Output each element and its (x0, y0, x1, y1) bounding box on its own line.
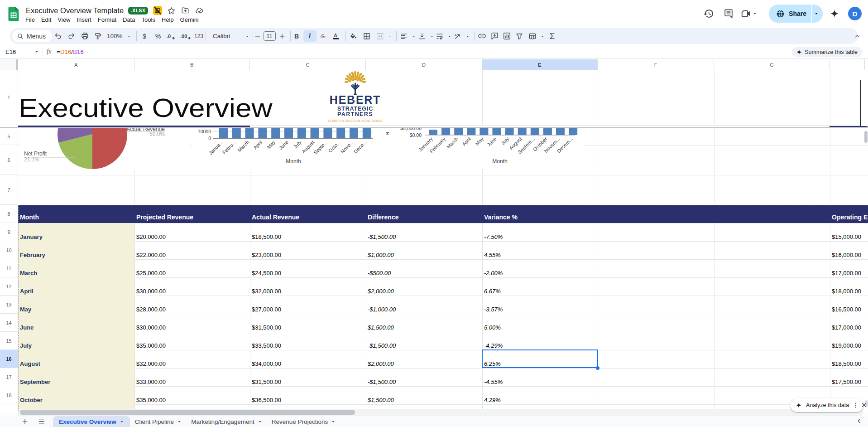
cell-variance[interactable]: 6.67% (484, 277, 596, 296)
toolbar-undo-icon[interactable] (52, 30, 65, 42)
cell-month[interactable]: August (20, 350, 133, 368)
toolbar-insert-chart-icon[interactable] (500, 30, 513, 42)
horizontal-scrollbar[interactable] (18, 409, 863, 416)
toolbar-font[interactable]: Calibri (210, 30, 244, 42)
menu-format[interactable]: Format (95, 15, 120, 24)
cell-projected[interactable]: $30,000.00 (136, 314, 248, 332)
move-folder-icon[interactable] (181, 6, 190, 15)
summarize-table-button[interactable]: Summarize this table (792, 47, 862, 57)
toolbar-insert-comment-icon[interactable] (488, 30, 501, 42)
toolbar-redo-icon[interactable] (65, 30, 78, 42)
menu-gemini[interactable]: Gemini (177, 15, 202, 24)
row-header-18[interactable]: 18 (0, 386, 18, 404)
cell-difference[interactable]: -$1,500.00 (368, 368, 480, 386)
fill-handle[interactable] (596, 366, 599, 370)
row-header-14[interactable]: 14 (0, 314, 18, 332)
menus-search-button[interactable]: Menus (12, 30, 52, 42)
row-header-9[interactable]: 9 (0, 223, 18, 241)
cell-projected[interactable]: $20,000.00 (136, 223, 248, 241)
meet-video-icon[interactable] (739, 4, 758, 24)
cell-month[interactable]: February (20, 241, 133, 259)
document-title[interactable]: Executive Overview Template (26, 6, 124, 15)
cell-month[interactable]: January (20, 223, 133, 241)
cell-opex[interactable]: $16,000.00 (832, 241, 863, 259)
cell-opex[interactable]: $17,500.00 (832, 368, 863, 386)
share-button[interactable]: Share (769, 5, 823, 23)
cell-month[interactable]: March (20, 259, 133, 277)
cell-variance[interactable]: -4.55% (484, 368, 596, 386)
cell-month[interactable]: September (20, 368, 133, 386)
toolbar-decrease-decimal-icon[interactable]: .0 (165, 30, 178, 42)
row-header-1[interactable]: 1 (0, 70, 18, 125)
toolbar-borders-icon[interactable] (360, 30, 374, 42)
cell-month[interactable]: July (20, 332, 133, 350)
menu-insert[interactable]: Insert (73, 15, 95, 24)
menu-edit[interactable]: Edit (38, 15, 54, 24)
row-header-7[interactable]: 7 (0, 175, 18, 205)
name-box-caret-icon[interactable] (34, 49, 39, 54)
cell-difference[interactable]: -$1,000.00 (368, 296, 480, 314)
cell-actual[interactable]: $31,500.00 (252, 314, 364, 332)
cell-month[interactable]: May (20, 296, 133, 314)
cell-actual[interactable]: $36,500.00 (252, 386, 364, 404)
cell-projected[interactable]: $28,000.00 (136, 296, 248, 314)
toolbar-merge-cells-caret-icon[interactable] (387, 30, 393, 42)
sheet-tab-marketing-engagement[interactable]: Marketing/Engagement (186, 416, 267, 427)
toolbar-format-currency-icon[interactable]: $ (138, 30, 151, 42)
row-header-5[interactable]: 5 (0, 128, 18, 145)
row-header-11[interactable]: 11 (0, 259, 18, 277)
cell-difference[interactable]: -$1,500.00 (368, 332, 480, 350)
bar-chart-net-profit[interactable]: $5,000.00$0.00JanuaryFebruaryMarchAprilM… (386, 128, 583, 169)
cell-opex[interactable]: $16,500.00 (832, 296, 863, 314)
toolbar-zoom-caret-icon[interactable] (126, 30, 132, 42)
toolbar-format-percent-icon[interactable]: % (152, 30, 165, 42)
toolbar-text-color-icon[interactable]: A (330, 30, 343, 42)
add-sheet-icon[interactable] (19, 416, 31, 427)
star-icon[interactable] (167, 6, 176, 15)
toolbar-create-filter-icon[interactable] (513, 30, 526, 42)
all-sheets-icon[interactable] (36, 416, 48, 427)
toolbar-horizontal-align-icon[interactable] (398, 30, 411, 42)
cell-difference[interactable]: $2,000.00 (368, 277, 480, 296)
vertical-scrollbar[interactable] (863, 59, 868, 408)
pie-chart[interactable]: Actual Revenue50.0%Net Profit21.1% (20, 128, 190, 170)
toolbar-functions-icon[interactable] (546, 30, 559, 42)
cell-month[interactable]: October (20, 386, 133, 404)
more-options-icon[interactable] (852, 401, 859, 409)
sheet-tab-executive-overview[interactable]: Executive Overview (53, 416, 130, 427)
cell-variance[interactable]: 4.29% (484, 386, 596, 404)
share-caret-icon[interactable] (812, 11, 823, 16)
row-header-12[interactable]: 12 (0, 277, 18, 296)
toolbar-text-rotate-icon[interactable]: a (451, 30, 465, 42)
row-header-6[interactable]: 6 (0, 145, 18, 175)
cell-actual[interactable]: $33,500.00 (252, 332, 364, 350)
cell-projected[interactable]: $35,000.00 (136, 332, 248, 350)
toolbar-font-size-plus-icon[interactable] (276, 30, 289, 42)
cell-opex[interactable]: $19,000.00 (832, 332, 863, 350)
toolbar-text-rotate-caret-icon[interactable] (465, 30, 471, 42)
cell-opex[interactable]: $18,500.00 (832, 350, 863, 368)
cell-opex[interactable]: $17,000.00 (832, 314, 863, 332)
analyze-data-button[interactable]: Analyze this data (790, 398, 863, 412)
row-header-16[interactable]: 16 (0, 350, 18, 368)
history-icon[interactable] (699, 4, 719, 24)
cell-actual[interactable]: $24,500.00 (252, 259, 364, 277)
menu-data[interactable]: Data (120, 15, 138, 24)
cell-variance[interactable]: -2.00% (484, 259, 596, 277)
cell-variance[interactable]: -4.29% (484, 332, 596, 350)
cell-difference[interactable]: -$500.00 (368, 259, 480, 277)
toolbar-insert-link-icon[interactable] (475, 30, 489, 42)
column-header-partial[interactable] (830, 59, 865, 70)
toolbar-increase-decimal-icon[interactable]: .00 (179, 30, 192, 42)
menu-tools[interactable]: Tools (138, 15, 158, 24)
toolbar-bold-icon[interactable]: B (290, 30, 303, 42)
cell-variance[interactable]: -7.50% (484, 223, 596, 241)
cell-projected[interactable]: $35,000.00 (136, 386, 248, 404)
cell-difference[interactable]: $1,500.00 (368, 314, 480, 332)
cell-projected[interactable]: $25,000.00 (136, 259, 248, 277)
cell-variance[interactable]: -3.57% (484, 296, 596, 314)
cell-projected[interactable]: $30,000.00 (136, 277, 248, 296)
column-header-E[interactable]: E (482, 59, 598, 70)
show-side-panel-icon[interactable] (856, 417, 863, 424)
toolbar-vertical-align-icon[interactable] (416, 30, 429, 42)
